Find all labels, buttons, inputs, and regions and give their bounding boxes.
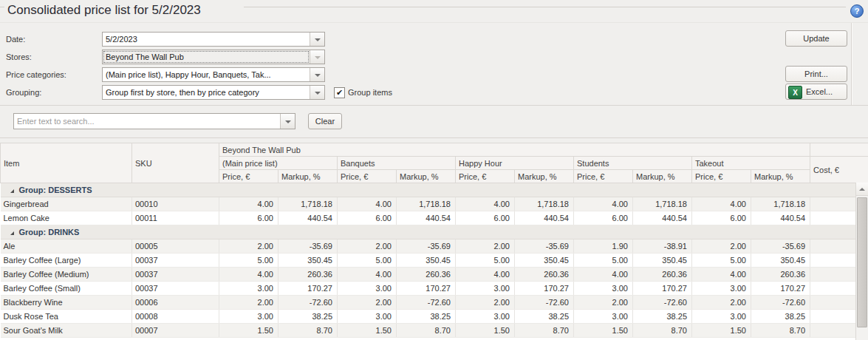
caption-line-left: [0, 7, 4, 7]
table-row[interactable]: Lemon Cake000116.00440.546.00440.546.004…: [1, 211, 868, 225]
chevron-up-icon: [859, 188, 865, 191]
col-header-sku[interactable]: SKU: [132, 143, 219, 183]
grouping-combobox[interactable]: Group first by store, then by price cate…: [102, 85, 325, 100]
date-combobox[interactable]: 5/2/2023: [102, 32, 325, 47]
col-header-category[interactable]: Happy Hour: [456, 157, 574, 170]
col-header-price[interactable]: Price, €: [574, 170, 633, 183]
price-cell: 2.00: [219, 239, 278, 254]
group-label: Group: DRINKS: [19, 228, 80, 237]
col-header-category[interactable]: Banquets: [338, 157, 456, 170]
col-header-markup[interactable]: Markup, %: [278, 170, 338, 183]
markup-cell: 170.27: [633, 282, 692, 296]
price-categories-combobox[interactable]: (Main price list), Happy Hour, Banquets,…: [102, 67, 325, 82]
price-cell: 5.00: [219, 254, 278, 268]
excel-icon: X: [788, 86, 802, 99]
store-group-header[interactable]: Beyond The Wall Pub: [219, 143, 810, 157]
group-row[interactable]: Group: DESSERTS: [1, 183, 868, 197]
price-cell: 1.50: [456, 324, 515, 338]
markup-cell: 38.25: [751, 310, 810, 324]
scrollbar-thumb[interactable]: [857, 197, 867, 327]
stores-dropdown-button[interactable]: [310, 50, 324, 64]
price-list-grid: Item SKU Beyond The Wall Pub (Main price…: [0, 138, 868, 340]
price-cell: 3.00: [338, 282, 397, 296]
stores-combobox[interactable]: Beyond The Wall Pub: [102, 50, 325, 64]
search-panel: Clear: [0, 105, 868, 138]
title-bar: Consolidated price list for 5/2/2023 ?: [0, 0, 868, 22]
table-row[interactable]: Gingerbread000104.001,718.184.001,718.18…: [1, 197, 868, 211]
markup-cell: -35.69: [397, 239, 456, 254]
group-items-checkbox[interactable]: ✔: [334, 87, 345, 98]
table-row[interactable]: Dusk Rose Tea000083.0038.253.0038.253.00…: [1, 310, 868, 324]
col-header-markup[interactable]: Markup, %: [397, 170, 456, 183]
col-header-price[interactable]: Price, €: [692, 170, 751, 183]
markup-cell: 1,718.18: [397, 197, 456, 211]
markup-cell: 8.70: [515, 324, 574, 338]
col-header-category[interactable]: Takeout: [692, 157, 810, 170]
item-cell: Blackberry Wine: [1, 296, 132, 310]
price-cell: 3.00: [456, 310, 515, 324]
col-header-markup[interactable]: Markup, %: [751, 170, 810, 183]
col-header-markup[interactable]: Markup, %: [633, 170, 692, 183]
grouping-dropdown-button[interactable]: [310, 86, 324, 99]
consolidated-price-list-window: Consolidated price list for 5/2/2023 ? D…: [0, 0, 868, 340]
markup-cell: 440.54: [515, 211, 574, 225]
excel-button[interactable]: X Excel...: [785, 84, 847, 100]
date-dropdown-button[interactable]: [310, 33, 324, 46]
markup-cell: 170.27: [397, 282, 456, 296]
group-cell: Group: DESSERTS: [1, 183, 868, 197]
sku-cell: 00006: [132, 296, 219, 310]
col-header-category[interactable]: Students: [574, 157, 692, 170]
print-button[interactable]: Print...: [785, 66, 847, 82]
col-header-cost[interactable]: Cost, €: [810, 157, 868, 183]
table-row[interactable]: Barley Coffee (Medium)000374.00260.364.0…: [1, 268, 868, 282]
collapse-triangle-icon[interactable]: [10, 189, 14, 193]
col-header-price[interactable]: Price, €: [219, 170, 278, 183]
chevron-down-icon: [285, 120, 291, 123]
col-header-item[interactable]: Item: [1, 143, 132, 183]
table-row[interactable]: Barley Coffee (Large)000375.00350.455.00…: [1, 254, 868, 268]
price-cell: 5.00: [692, 254, 751, 268]
col-header-price[interactable]: Price, €: [456, 170, 515, 183]
price-categories-dropdown-button[interactable]: [310, 68, 324, 81]
table-row[interactable]: Blackberry Wine000062.00-72.602.00-72.60…: [1, 296, 868, 310]
table-row[interactable]: Barley Coffee (Small)000373.00170.273.00…: [1, 282, 868, 296]
price-cell: 6.00: [574, 211, 633, 225]
markup-cell: 260.36: [278, 268, 338, 282]
markup-cell: 440.54: [397, 211, 456, 225]
clear-button[interactable]: Clear: [308, 113, 342, 129]
table-row[interactable]: Sour Goat's Milk000071.508.701.508.701.5…: [1, 324, 868, 338]
markup-cell: 1,718.18: [515, 197, 574, 211]
price-cell: 4.00: [219, 197, 278, 211]
markup-cell: 350.45: [515, 254, 574, 268]
update-button[interactable]: Update: [785, 30, 847, 47]
group-cell: Group: DRINKS: [1, 225, 868, 239]
search-input[interactable]: [14, 114, 280, 129]
scrollbar-up-button[interactable]: [856, 183, 868, 196]
item-cell: Barley Coffee (Small): [1, 282, 132, 296]
markup-cell: 440.54: [751, 211, 810, 225]
sku-cell: 00007: [132, 324, 219, 338]
col-header-markup[interactable]: Markup, %: [515, 170, 574, 183]
price-cell: 4.00: [574, 197, 633, 211]
col-header-price[interactable]: Price, €: [338, 170, 397, 183]
sku-cell: 00011: [132, 211, 219, 225]
markup-cell: -72.60: [751, 296, 810, 310]
col-header-category[interactable]: (Main price list): [219, 157, 338, 170]
price-cell: 4.00: [456, 268, 515, 282]
group-label: Group: DESSERTS: [19, 186, 92, 194]
vertical-scrollbar[interactable]: [855, 183, 868, 340]
stores-label: Stores:: [6, 50, 32, 64]
markup-cell: 1,718.18: [751, 197, 810, 211]
table-row[interactable]: Ale000052.00-35.692.00-35.692.00-35.691.…: [1, 239, 868, 254]
price-cell: 1.50: [574, 324, 633, 338]
group-row[interactable]: Group: DRINKS: [1, 225, 868, 239]
search-dropdown-button[interactable]: [280, 114, 295, 129]
price-cell: 6.00: [219, 211, 278, 225]
sku-cell: 00010: [132, 197, 219, 211]
price-cell: 3.00: [692, 282, 751, 296]
price-cell: 3.00: [456, 282, 515, 296]
collapse-triangle-icon[interactable]: [10, 231, 14, 235]
price-cell: 5.00: [456, 254, 515, 268]
price-cell: 3.00: [692, 310, 751, 324]
help-icon[interactable]: ?: [850, 4, 864, 18]
